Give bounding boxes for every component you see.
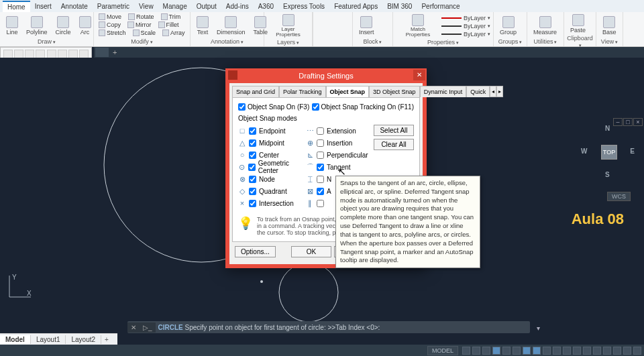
dialog-tab-polar-tracking[interactable]: Polar Tracking [279, 86, 326, 97]
menu-tab-home[interactable]: Home [3, 1, 30, 12]
snap-extension-checkbox[interactable] [317, 127, 324, 135]
match-properties-button[interactable]: Match Properties [396, 13, 440, 38]
add-layout-button[interactable]: + [101, 336, 112, 343]
menu-tab-featured-apps[interactable]: Featured Apps [329, 1, 382, 11]
clear-all-button[interactable]: Clear All [374, 139, 414, 150]
menu-tab-parametric[interactable]: Parametric [93, 1, 134, 11]
menu-tab-view[interactable]: View [134, 1, 158, 11]
status-toggle-17[interactable] [633, 347, 641, 355]
snap-geometric-center-checkbox[interactable] [248, 164, 256, 171]
object-snap-on-checkbox[interactable]: Object Snap On (F3) [238, 103, 309, 111]
status-toggle-7[interactable] [533, 347, 541, 355]
menu-tab-output[interactable]: Output [192, 1, 221, 11]
status-toggle-8[interactable] [543, 347, 551, 355]
paste-button[interactable]: Paste [567, 13, 589, 34]
arc-button[interactable]: Arc [76, 15, 95, 36]
status-toggle-10[interactable] [563, 347, 571, 355]
snap-perpendicular-checkbox[interactable] [317, 152, 324, 159]
menu-tab-annotate[interactable]: Annotate [56, 1, 93, 11]
dialog-tab-snap-and-grid[interactable]: Snap and Grid [232, 86, 279, 97]
command-history-icon[interactable]: ✕ [127, 322, 140, 333]
text-button[interactable]: Text [193, 15, 212, 36]
line-button[interactable]: Line [3, 15, 21, 36]
menu-tab-performance[interactable]: Performance [417, 1, 464, 11]
insert-button[interactable]: Insert [356, 15, 378, 36]
dialog-tab-quick[interactable]: Quick [466, 86, 490, 97]
snap-quadrant-checkbox[interactable] [249, 188, 256, 195]
status-toggle-12[interactable] [583, 347, 591, 355]
ok-button[interactable]: OK [291, 246, 331, 257]
menu-tab-a360[interactable]: A360 [254, 1, 278, 11]
snap-mode-checkbox[interactable] [317, 200, 324, 207]
status-toggle-1[interactable] [472, 347, 480, 355]
status-toggle-6[interactable] [523, 347, 531, 355]
viewport-close[interactable]: × [633, 118, 643, 126]
viewcube-top[interactable]: TOP [601, 145, 617, 160]
wcs-label[interactable]: WCS [607, 192, 631, 201]
dimension-button[interactable]: Dimension [213, 15, 249, 36]
close-icon[interactable]: ✕ [413, 70, 425, 80]
object-snap-tracking-checkbox[interactable]: Object Snap Tracking On (F11) [312, 103, 414, 111]
fillet-button[interactable]: Fillet [156, 21, 181, 28]
snap-tangent-checkbox[interactable] [317, 164, 324, 171]
menu-tab-manage[interactable]: Manage [158, 1, 192, 11]
snap-node-checkbox[interactable] [249, 176, 256, 183]
polyline-button[interactable]: Polyline [23, 15, 51, 36]
snap-a-checkbox[interactable] [317, 188, 324, 195]
array-button[interactable]: Array [160, 29, 187, 36]
measure-button[interactable]: Measure [530, 15, 560, 36]
options-button[interactable]: Options... [235, 246, 276, 257]
status-toggle-14[interactable] [603, 347, 611, 355]
snap-center-checkbox[interactable] [249, 152, 256, 159]
status-model-button[interactable]: MODEL [427, 346, 458, 355]
layout-tab-model[interactable]: Model [0, 335, 31, 344]
move-button[interactable]: Move [97, 13, 123, 20]
layer-properties-button[interactable]: Layer Properties [267, 13, 309, 38]
group-button[interactable]: Group [496, 15, 520, 36]
copy-button[interactable]: Copy [97, 21, 123, 28]
new-tab-button[interactable]: + [110, 48, 119, 56]
menu-tab-insert[interactable]: Insert [30, 1, 56, 11]
rotate-button[interactable]: Rotate [126, 13, 156, 20]
menu-tab-express-tools[interactable]: Express Tools [278, 1, 329, 11]
dialog-tab-dynamic-input[interactable]: Dynamic Input [420, 86, 467, 97]
circle-button[interactable]: Circle [52, 15, 74, 36]
scale-button[interactable]: Scale [131, 29, 158, 36]
snap-n-checkbox[interactable] [317, 176, 324, 183]
base-button[interactable]: Base [599, 15, 620, 36]
bylayer-dropdown-2[interactable]: ByLayer▾ [441, 31, 490, 38]
layout-tab-layout2[interactable]: Layout2 [66, 335, 101, 344]
bylayer-dropdown-0[interactable]: ByLayer▾ [441, 15, 490, 21]
command-expand-icon[interactable]: ▾ [537, 324, 540, 332]
mirror-button[interactable]: Mirror [125, 21, 154, 28]
snap-midpoint-checkbox[interactable] [249, 139, 256, 147]
snap-insertion-checkbox[interactable] [317, 139, 324, 147]
stretch-button[interactable]: Stretch [97, 29, 128, 36]
menu-tab-add-ins[interactable]: Add-ins [221, 1, 254, 11]
status-toggle-15[interactable] [613, 347, 621, 355]
status-toggle-11[interactable] [573, 347, 581, 355]
dialog-titlebar[interactable]: Drafting Settings ✕ [225, 68, 427, 83]
status-toggle-3[interactable] [492, 347, 500, 355]
status-toggle-9[interactable] [553, 347, 561, 355]
status-toggle-16[interactable] [623, 347, 631, 355]
status-toggle-0[interactable] [462, 347, 470, 355]
status-toggle-2[interactable] [482, 347, 490, 355]
bylayer-dropdown-1[interactable]: ByLayer▾ [441, 23, 490, 29]
select-all-button[interactable]: Select All [374, 125, 414, 136]
command-line[interactable]: ✕ ▷_ CIRCLE Specify point on object for … [127, 321, 530, 333]
viewcube[interactable]: N S E W TOP [581, 125, 635, 178]
menu-tab-bim-360[interactable]: BIM 360 [382, 1, 417, 11]
status-toggle-5[interactable] [513, 347, 521, 355]
dialog-tab-object-snap[interactable]: Object Snap [326, 86, 370, 97]
snap-intersection-checkbox[interactable] [249, 200, 256, 207]
trim-button[interactable]: Trim [159, 13, 183, 20]
dialog-tab-3d-object-snap[interactable]: 3D Object Snap [369, 86, 420, 97]
start-tab[interactable] [95, 48, 109, 57]
snap-endpoint-checkbox[interactable] [249, 127, 256, 135]
status-toggle-13[interactable] [593, 347, 601, 355]
status-toggle-4[interactable] [502, 347, 511, 355]
tab-scroll[interactable]: ▸ [496, 86, 503, 97]
tab-scroll[interactable]: ◂ [490, 86, 496, 97]
layout-tab-layout1[interactable]: Layout1 [31, 335, 66, 344]
